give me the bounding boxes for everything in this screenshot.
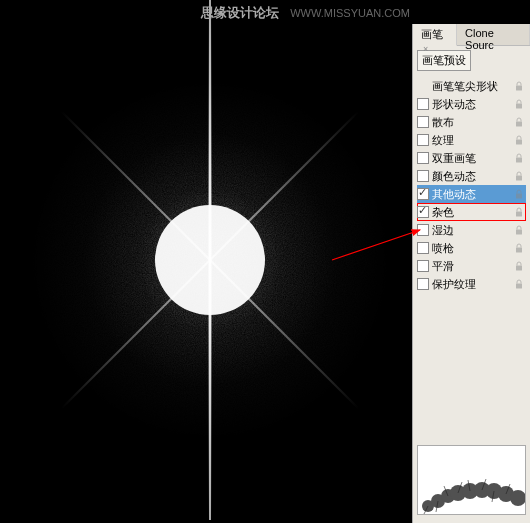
lock-icon-wrap[interactable] (514, 98, 526, 110)
option-label: 形状动态 (432, 97, 514, 112)
lock-icon (514, 171, 524, 181)
brush-option-row[interactable]: 画笔笔尖形状 (417, 77, 526, 95)
option-label: 平滑 (432, 259, 514, 274)
svg-rect-18 (516, 284, 522, 289)
lock-icon-wrap[interactable] (514, 134, 526, 146)
watermark: 思缘设计论坛 WWW.MISSYUAN.COM (201, 4, 410, 22)
lock-icon-wrap[interactable] (514, 170, 526, 182)
brush-option-row[interactable]: 散布 (417, 113, 526, 131)
brush-option-row[interactable]: 形状动态 (417, 95, 526, 113)
lock-icon (514, 189, 524, 199)
lock-icon (514, 81, 524, 91)
option-checkbox[interactable] (417, 134, 429, 146)
close-icon[interactable]: × (423, 44, 428, 54)
option-label: 纹理 (432, 133, 514, 148)
option-label: 其他动态 (432, 187, 514, 202)
svg-rect-7 (516, 86, 522, 91)
lock-icon (514, 243, 524, 253)
option-label: 画笔笔尖形状 (432, 79, 514, 94)
tab-brush[interactable]: 画笔× (413, 24, 457, 46)
lock-icon-wrap[interactable] (514, 188, 526, 200)
lock-icon (514, 117, 524, 127)
svg-rect-17 (516, 266, 522, 271)
option-label: 杂色 (432, 205, 514, 220)
svg-rect-10 (516, 140, 522, 145)
option-checkbox (417, 80, 429, 92)
brush-option-row[interactable]: 喷枪 (417, 239, 526, 257)
panel-tabs: 画笔× Clone Sourc (413, 24, 530, 46)
option-checkbox[interactable] (417, 116, 429, 128)
lock-icon (514, 261, 524, 271)
brush-option-row[interactable]: 双重画笔 (417, 149, 526, 167)
brush-preview (417, 445, 526, 515)
svg-rect-15 (516, 230, 522, 235)
brush-option-row[interactable]: 纹理 (417, 131, 526, 149)
lock-icon-wrap[interactable] (514, 242, 526, 254)
brush-option-row[interactable]: 杂色 (417, 203, 526, 221)
svg-rect-16 (516, 248, 522, 253)
lock-icon (514, 207, 524, 217)
option-checkbox[interactable] (417, 152, 429, 164)
svg-rect-12 (516, 176, 522, 181)
svg-rect-8 (516, 104, 522, 109)
lock-icon (514, 225, 524, 235)
lock-icon (514, 135, 524, 145)
lock-icon-wrap[interactable] (514, 278, 526, 290)
lock-icon-wrap[interactable] (514, 152, 526, 164)
option-label: 喷枪 (432, 241, 514, 256)
callout-arrow (330, 225, 430, 265)
svg-rect-13 (516, 194, 522, 199)
brush-option-row[interactable]: 湿边 (417, 221, 526, 239)
option-label: 保护纹理 (432, 277, 514, 292)
option-checkbox[interactable] (417, 188, 429, 200)
option-checkbox[interactable] (417, 170, 429, 182)
lock-icon-wrap[interactable] (514, 260, 526, 272)
option-label: 散布 (432, 115, 514, 130)
tab-clone-label: Clone Sourc (465, 27, 494, 51)
tab-brush-label: 画笔 (421, 28, 443, 40)
svg-rect-9 (516, 122, 522, 127)
watermark-forum: 思缘设计论坛 (201, 5, 279, 20)
svg-point-27 (510, 490, 526, 506)
svg-rect-14 (516, 212, 522, 217)
option-label: 湿边 (432, 223, 514, 238)
lock-icon (514, 153, 524, 163)
lock-icon-wrap[interactable] (514, 224, 526, 236)
svg-line-6 (332, 230, 420, 260)
brush-option-row[interactable]: 平滑 (417, 257, 526, 275)
lock-icon (514, 99, 524, 109)
brush-option-row[interactable]: 颜色动态 (417, 167, 526, 185)
brush-option-row[interactable]: 其他动态 (417, 185, 526, 203)
brush-panel: 画笔× Clone Sourc 画笔预设 画笔笔尖形状形状动态散布纹理双重画笔颜… (412, 24, 530, 523)
lock-icon (514, 279, 524, 289)
option-checkbox[interactable] (417, 98, 429, 110)
option-checkbox[interactable] (417, 278, 429, 290)
option-label: 双重画笔 (432, 151, 514, 166)
lock-icon-wrap[interactable] (514, 116, 526, 128)
option-label: 颜色动态 (432, 169, 514, 184)
brush-options-list: 画笔笔尖形状形状动态散布纹理双重画笔颜色动态其他动态杂色湿边喷枪平滑保护纹理 (417, 77, 526, 293)
svg-rect-11 (516, 158, 522, 163)
lock-icon-wrap[interactable] (514, 206, 526, 218)
lock-icon-wrap[interactable] (514, 80, 526, 92)
option-checkbox[interactable] (417, 206, 429, 218)
tab-clone-source[interactable]: Clone Sourc (457, 24, 530, 45)
watermark-url: WWW.MISSYUAN.COM (290, 7, 410, 19)
brush-option-row[interactable]: 保护纹理 (417, 275, 526, 293)
